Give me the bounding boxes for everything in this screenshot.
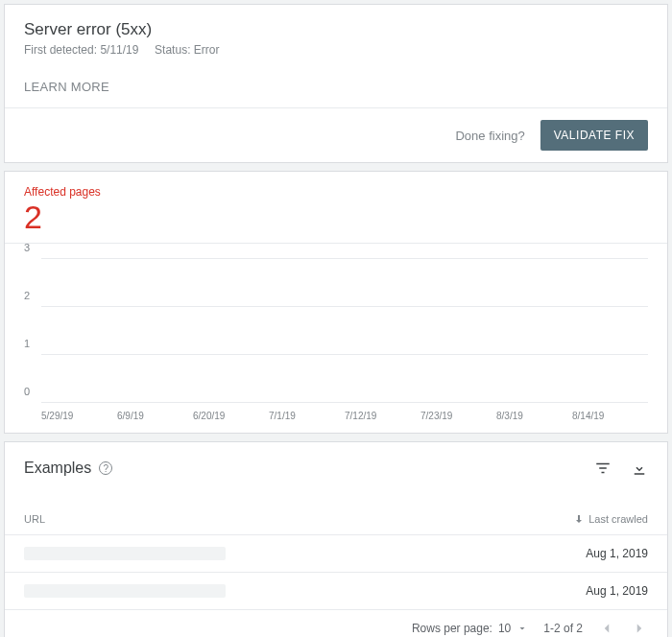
fix-row: Done fixing? VALIDATE FIX <box>5 108 667 162</box>
x-tick-label: 7/1/19 <box>269 411 345 421</box>
url-cell <box>24 547 226 560</box>
examples-title: Examples <box>24 460 91 477</box>
dropdown-icon <box>516 623 528 634</box>
y-tick-label: 1 <box>24 338 30 349</box>
examples-header: Examples ? <box>5 442 667 506</box>
gridline <box>41 306 648 307</box>
help-icon[interactable]: ? <box>99 461 112 475</box>
download-icon[interactable] <box>631 460 648 477</box>
error-header-card: Server error (5xx) First detected: 5/11/… <box>4 4 668 163</box>
x-axis: 5/29/196/9/196/20/197/1/197/12/197/23/19… <box>41 403 648 421</box>
rows-per-page-value: 10 <box>498 622 511 635</box>
gridline <box>41 402 648 403</box>
meta-line: First detected: 5/11/19 Status: Error <box>24 43 648 57</box>
page-title: Server error (5xx) <box>24 20 648 39</box>
first-detected-label: First detected: <box>24 43 97 57</box>
validate-fix-button[interactable]: VALIDATE FIX <box>540 120 648 151</box>
x-tick-label: 6/9/19 <box>117 411 193 421</box>
examples-card: Examples ? URL Last crawled Aug 1, 2019A… <box>4 441 668 637</box>
filter-icon[interactable] <box>594 460 612 477</box>
table-row[interactable]: Aug 1, 2019 <box>5 535 667 573</box>
chart-area: 0123 5/29/196/9/196/20/197/1/197/12/197/… <box>5 244 667 433</box>
done-fixing-label: Done fixing? <box>455 129 524 143</box>
x-tick-label: 8/14/19 <box>572 411 648 421</box>
table-header: URL Last crawled <box>5 506 667 535</box>
next-page-button[interactable] <box>631 620 648 637</box>
first-detected-date: 5/11/19 <box>100 43 138 57</box>
x-tick-label: 8/3/19 <box>496 411 572 421</box>
table-row[interactable]: Aug 1, 2019 <box>5 573 667 610</box>
x-tick-label: 7/23/19 <box>420 411 496 421</box>
x-tick-label: 7/12/19 <box>345 411 420 421</box>
y-tick-label: 2 <box>24 290 30 301</box>
status-label: Status: <box>155 43 190 57</box>
last-crawled-column-header[interactable]: Last crawled <box>573 513 648 525</box>
affected-count: 2 <box>24 201 648 233</box>
affected-label: Affected pages <box>24 185 648 199</box>
last-crawled-label: Last crawled <box>588 513 648 525</box>
gridline <box>41 354 648 355</box>
prev-page-button[interactable] <box>598 620 615 637</box>
bars-container <box>41 259 648 403</box>
sort-down-icon <box>573 513 585 525</box>
crawled-date-cell: Aug 1, 2019 <box>586 547 648 560</box>
affected-header: Affected pages 2 <box>5 172 667 244</box>
crawled-date-cell: Aug 1, 2019 <box>586 584 648 598</box>
learn-more-link[interactable]: LEARN MORE <box>5 68 667 107</box>
rows-per-page-label: Rows per page: <box>412 622 492 635</box>
pagination: Rows per page: 10 1-2 of 2 <box>5 610 667 637</box>
affected-pages-card: Affected pages 2 0123 5/29/196/9/196/20/… <box>4 171 668 434</box>
chart-grid: 0123 <box>41 259 648 403</box>
url-column-header[interactable]: URL <box>24 513 573 525</box>
x-tick-label: 6/20/19 <box>193 411 269 421</box>
y-tick-label: 3 <box>24 242 30 253</box>
header-section: Server error (5xx) First detected: 5/11/… <box>5 5 667 68</box>
rows-per-page[interactable]: Rows per page: 10 <box>412 622 528 635</box>
x-tick-label: 5/29/19 <box>41 411 117 421</box>
pagination-range: 1-2 of 2 <box>543 622 583 635</box>
status-value: Error <box>194 43 220 57</box>
y-tick-label: 0 <box>24 386 30 397</box>
gridline <box>41 258 648 259</box>
url-cell <box>24 584 226 598</box>
